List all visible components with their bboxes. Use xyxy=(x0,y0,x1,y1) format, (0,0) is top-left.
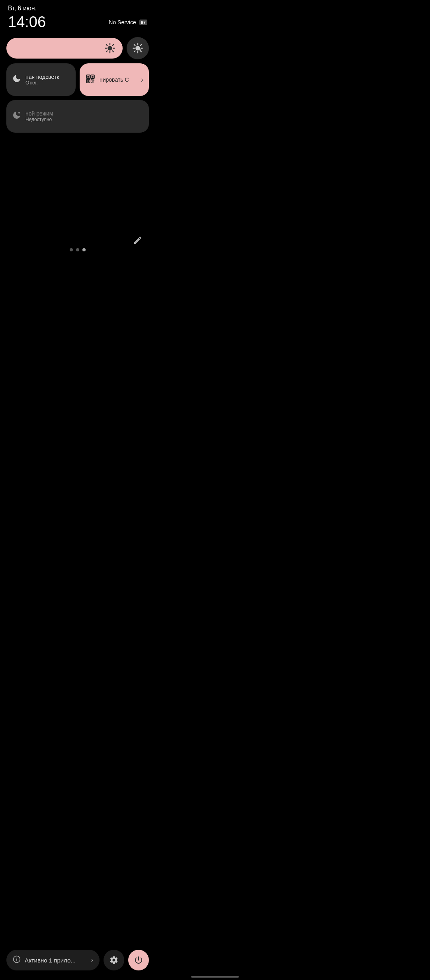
status-bar: Вт, 6 июн. 14:06 No Service 97 xyxy=(0,0,155,33)
qr-scanner-text: нировать С xyxy=(100,76,129,83)
svg-point-31 xyxy=(18,112,20,114)
date-display: Вт, 6 июн. xyxy=(8,5,147,12)
bedtime-mode-title: ной режим xyxy=(25,110,53,117)
svg-line-16 xyxy=(134,51,135,52)
bedtime-mode-tile[interactable]: ной режим Недоступно xyxy=(6,100,149,133)
quick-tiles-row: ная подсветк Откл. xyxy=(6,63,149,96)
bottom-tiles-row: ной режим Недоступно xyxy=(6,100,149,133)
qr-scanner-tile[interactable]: нировать С › xyxy=(80,63,149,96)
svg-rect-25 xyxy=(91,79,92,80)
qr-icon xyxy=(85,74,96,86)
auto-brightness-button[interactable]: A xyxy=(127,37,149,59)
svg-rect-29 xyxy=(91,82,92,82)
svg-rect-20 xyxy=(87,76,89,77)
svg-line-5 xyxy=(106,45,107,45)
svg-text:A: A xyxy=(139,48,141,52)
bedtime-mode-subtitle: Недоступно xyxy=(25,117,53,122)
svg-rect-27 xyxy=(92,80,92,81)
page-indicator-area xyxy=(0,248,155,251)
svg-rect-22 xyxy=(92,76,93,77)
svg-rect-26 xyxy=(92,79,93,80)
svg-line-7 xyxy=(106,51,107,52)
night-light-tile[interactable]: ная подсветк Откл. xyxy=(6,63,76,96)
bedtime-icon xyxy=(12,110,22,122)
night-light-subtitle: Откл. xyxy=(25,80,59,86)
night-light-text: ная подсветк Откл. xyxy=(25,74,59,86)
page-dot-2 xyxy=(76,248,79,251)
qr-scanner-arrow-icon: › xyxy=(141,76,143,84)
bedtime-mode-text: ной режим Недоступно xyxy=(25,110,53,122)
qr-scanner-title: нировать С xyxy=(100,76,129,83)
svg-rect-28 xyxy=(94,80,94,81)
page-dot-1 xyxy=(70,248,73,251)
brightness-row: A xyxy=(6,37,149,59)
edit-tiles-button[interactable] xyxy=(130,232,146,248)
edit-icon xyxy=(133,235,143,245)
night-light-title: ная подсветк xyxy=(25,74,59,80)
no-service-label: No Service xyxy=(109,19,136,25)
battery-indicator: 97 xyxy=(139,20,147,25)
time-display: 14:06 xyxy=(8,14,46,31)
auto-brightness-icon: A xyxy=(132,43,143,54)
status-right: No Service 97 xyxy=(109,19,147,25)
svg-rect-30 xyxy=(92,81,93,82)
svg-point-0 xyxy=(108,46,112,51)
svg-line-14 xyxy=(134,45,135,45)
brightness-slider[interactable] xyxy=(6,38,123,59)
svg-line-17 xyxy=(141,45,141,45)
page-dots xyxy=(0,248,155,251)
svg-rect-24 xyxy=(87,80,89,82)
night-light-icon xyxy=(12,74,22,86)
svg-line-8 xyxy=(113,45,113,45)
page-dot-3 xyxy=(82,248,86,251)
svg-line-6 xyxy=(113,51,113,52)
brightness-sun-icon xyxy=(104,43,115,54)
controls-area: A ная подсветк Откл. xyxy=(0,33,155,137)
